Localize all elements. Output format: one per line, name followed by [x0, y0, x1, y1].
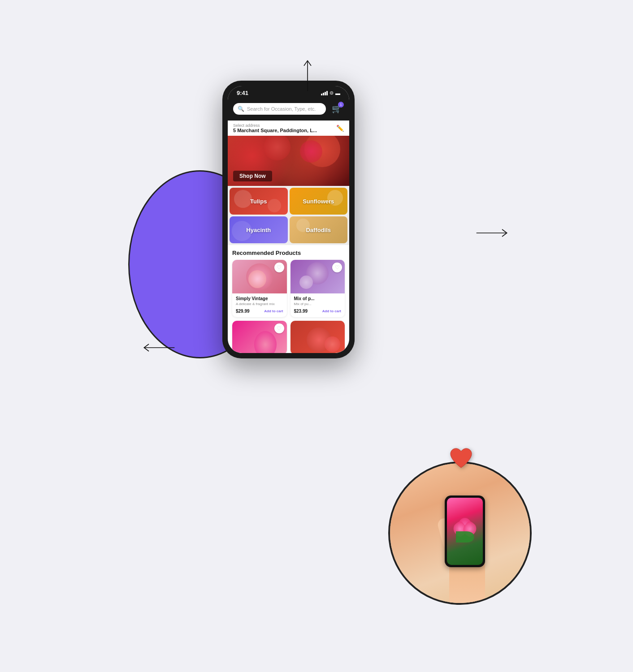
status-bar: 9:41 ⊜ ▬: [228, 86, 349, 98]
product-card-p1[interactable]: ♡ Simply Vintage A delicate & fragrant m…: [232, 260, 287, 317]
product-card-p2[interactable]: ♡ Mix of p... Mix of pu... $23.99 Add to…: [290, 260, 345, 317]
battery-icon: ▬: [335, 90, 340, 96]
cart-badge: 1: [338, 102, 344, 108]
arrow-right: [473, 215, 509, 253]
recommended-section: Recommended Products ♡ Simply Vintage: [228, 245, 349, 353]
product-desc-p1: A delicate & fragrant mix: [236, 302, 283, 306]
hand-phone-circle: [388, 461, 532, 605]
add-to-cart-p1[interactable]: Add to cart: [264, 309, 283, 313]
address-value: 5 Marchant Square, Paddington, L...: [233, 128, 317, 133]
section-title: Recommended Products: [232, 250, 345, 256]
category-label-sunflowers: Sunflowers: [303, 198, 334, 205]
arrow-left: [142, 330, 178, 367]
product-image-p2: ♡: [290, 260, 345, 293]
search-area: 🔍 Search for Occasion, Type, etc. 🛒 1: [228, 98, 349, 121]
product-footer-p2: $23.99 Add to cart: [294, 309, 342, 314]
category-sunflowers[interactable]: Sunflowers: [290, 188, 348, 215]
category-label-tulips: Tulips: [250, 198, 267, 205]
product-info-p2: Mix of p... Mix of pu... $23.99 Add to c…: [290, 293, 345, 317]
category-label-hyacinth: Hyacinth: [246, 227, 271, 233]
category-grid: Tulips Sunflowers Hyacinth Daffodils: [228, 186, 349, 245]
product-image-p1: ♡: [232, 260, 287, 293]
status-time: 9:41: [237, 90, 248, 96]
product-price-p1: $29.99: [236, 309, 250, 314]
phone-mockup: 9:41 ⊜ ▬: [222, 81, 355, 358]
product-price-p2: $23.99: [294, 309, 308, 314]
search-icon: 🔍: [238, 106, 244, 112]
product-image-p3: ♡: [232, 321, 287, 353]
add-to-cart-p2[interactable]: Add to cart: [322, 309, 341, 313]
category-tulips[interactable]: Tulips: [230, 188, 288, 215]
shop-now-button[interactable]: Shop Now: [233, 171, 272, 181]
address-bar: Select address 5 Marchant Square, Paddin…: [228, 121, 349, 136]
product-name-p1: Simply Vintage: [236, 296, 283, 301]
address-label: Select address: [233, 123, 317, 128]
red-heart-decoration: [449, 448, 473, 475]
cart-button[interactable]: 🛒 1: [330, 102, 344, 116]
category-daffodils[interactable]: Daffodils: [290, 216, 348, 243]
edit-icon[interactable]: ✏️: [336, 125, 344, 132]
products-grid: ♡ Simply Vintage A delicate & fragrant m…: [232, 260, 345, 353]
hand-image: [390, 463, 530, 603]
product-card-p4[interactable]: [290, 321, 345, 353]
arrow-up: [290, 58, 325, 96]
search-placeholder: Search for Occasion, Type, etc.: [247, 106, 316, 112]
product-footer-p1: $29.99 Add to cart: [236, 309, 283, 314]
product-info-p1: Simply Vintage A delicate & fragrant mix…: [232, 293, 287, 317]
product-name-p2: Mix of p...: [294, 296, 342, 301]
phone-frame: 9:41 ⊜ ▬: [222, 81, 355, 358]
favorite-button-p1[interactable]: ♡: [274, 263, 284, 272]
wifi-icon: ⊜: [330, 90, 334, 96]
search-box[interactable]: 🔍 Search for Occasion, Type, etc.: [233, 103, 326, 115]
category-label-daffodils: Daffodils: [306, 227, 331, 233]
hero-banner: Shop Now: [228, 136, 349, 186]
product-image-p4: [290, 321, 345, 353]
phone-screen: 9:41 ⊜ ▬: [228, 86, 349, 353]
favorite-button-p2[interactable]: ♡: [332, 263, 342, 272]
category-hyacinth[interactable]: Hyacinth: [230, 216, 288, 243]
product-card-p3[interactable]: ♡: [232, 321, 287, 353]
favorite-button-p3[interactable]: ♡: [274, 323, 284, 333]
product-desc-p2: Mix of pu...: [294, 302, 342, 306]
